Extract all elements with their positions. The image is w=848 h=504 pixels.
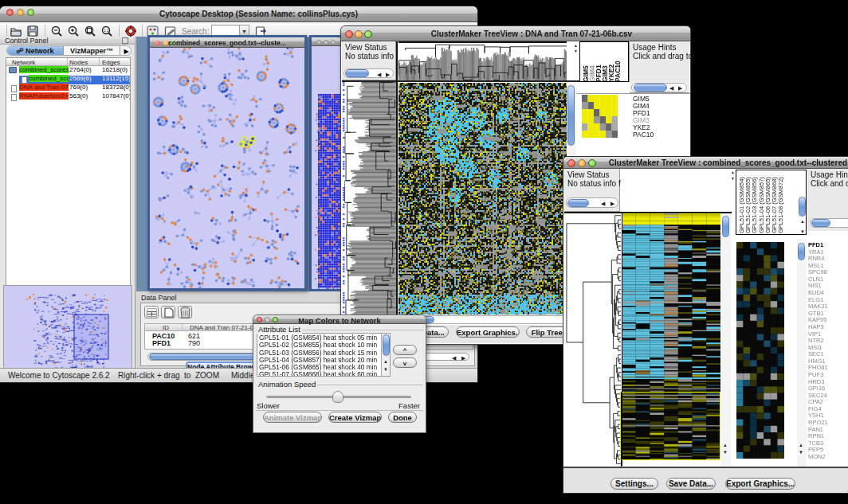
svg-text:1:1: 1:1 xyxy=(104,29,109,33)
